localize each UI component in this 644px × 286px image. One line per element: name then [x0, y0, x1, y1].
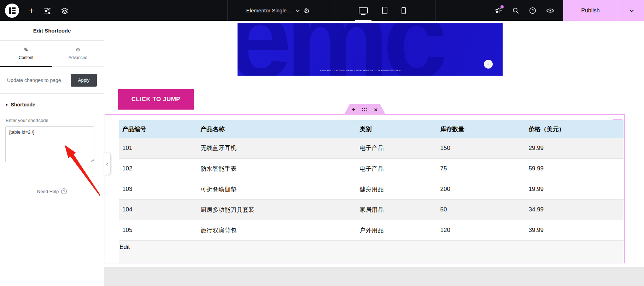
table-header-cell: 产品名称 — [197, 120, 356, 138]
topbar-utility-group: ? — [486, 0, 563, 21]
table-cell: 电子产品 — [356, 158, 437, 179]
banner-credit-text: TEMPLATE BY MOTION BEAM | VIDEOHIVE.NET/… — [238, 69, 481, 71]
tab-label: Advanced — [69, 55, 87, 60]
question-circle-icon: ? — [61, 188, 67, 194]
chevron-down-icon — [630, 8, 633, 12]
table-cell: 19.99 — [525, 179, 624, 199]
selected-widget-container[interactable]: + × ✎ 产品编号产品名称类别库存数量价格（美元） 101无 — [105, 114, 625, 263]
table-cell: 50 — [437, 199, 525, 220]
product-table: 产品编号产品名称类别库存数量价格（美元） 101无线蓝牙耳机电子产品15029.… — [119, 120, 623, 241]
responsive-device-switcher — [329, 0, 435, 21]
shortcode-section-header[interactable]: ▾ Shortcode — [6, 102, 98, 107]
topbar-divider — [435, 0, 436, 21]
topbar-left-group: + — [5, 0, 69, 21]
logo-bar — [12, 10, 16, 11]
add-element-icon[interactable]: + — [29, 6, 34, 15]
table-edit-link[interactable]: Edit — [119, 244, 130, 250]
widget-settings-panel: Edit Shortcode ✎ Content ⚙ Advanced Upda… — [0, 21, 104, 286]
gear-icon: ⚙ — [75, 47, 80, 53]
desktop-icon — [359, 7, 368, 13]
table-row: 103可折叠瑜伽垫健身用品20019.99 — [119, 179, 623, 199]
logo-bar — [12, 12, 16, 14]
whats-new-megaphone-icon[interactable] — [494, 7, 502, 14]
device-tablet-button[interactable] — [382, 0, 387, 21]
table-cell: 105 — [119, 220, 197, 240]
panel-tabs: ✎ Content ⚙ Advanced — [0, 41, 104, 67]
document-settings-gear-icon[interactable]: ⚙ — [304, 7, 310, 14]
publish-options-dropdown[interactable] — [618, 0, 644, 21]
table-row: 102防水智能手表电子产品7559.99 — [119, 158, 623, 179]
shortcode-field-label: Enter your shortcode — [6, 118, 98, 123]
help-icon[interactable]: ? — [529, 7, 536, 14]
logo-bar — [9, 7, 11, 14]
click-to-jump-button[interactable]: CLICK TO JUMP — [118, 89, 194, 110]
table-row: 101无线蓝牙耳机电子产品15029.99 — [119, 138, 623, 158]
publish-button[interactable]: Publish — [563, 0, 644, 21]
tab-content[interactable]: ✎ Content — [0, 41, 52, 66]
table-cell: 家居用品 — [356, 199, 437, 220]
table-cell: 无线蓝牙耳机 — [197, 138, 356, 158]
elementor-logo[interactable] — [5, 4, 19, 18]
topbar-divider — [99, 0, 99, 21]
drag-handle-icon[interactable] — [362, 108, 367, 111]
hero-banner-image: emc TEMPLATE BY MOTION BEAM | VIDEOHIVE.… — [238, 23, 503, 76]
document-switcher[interactable]: Elementor Single... ⚙ — [227, 0, 329, 21]
need-help-label: Need Help — [37, 189, 59, 194]
document-title: Elementor Single... — [246, 7, 291, 13]
table-cell: 电子产品 — [356, 138, 437, 158]
table-header-cell: 产品编号 — [119, 120, 197, 138]
page-content: emc TEMPLATE BY MOTION BEAM | VIDEOHIVE.… — [104, 21, 644, 267]
shortcode-input[interactable]: [table id=2 /] — [5, 126, 94, 162]
table-cell: 59.99 — [525, 158, 624, 179]
table-cell: 厨房多功能刀具套装 — [197, 199, 356, 220]
table-cell: 120 — [437, 220, 525, 240]
table-header-cell: 类别 — [356, 120, 437, 138]
section-title: Shortcode — [11, 102, 35, 107]
notification-dot — [500, 5, 504, 8]
table-header-cell: 库存数量 — [437, 120, 525, 138]
table-cell: 104 — [119, 199, 197, 220]
tab-label: Content — [18, 55, 33, 60]
hamburger-icon: ≡ — [487, 63, 489, 66]
banner-menu-button[interactable]: ≡ — [484, 60, 493, 69]
table-cell: 150 — [437, 138, 525, 158]
chevron-left-icon: ‹ — [106, 161, 108, 167]
structure-layers-icon[interactable] — [61, 7, 69, 14]
table-cell: 39.99 — [525, 220, 624, 240]
tablet-icon — [382, 7, 387, 14]
pencil-icon: ✎ — [24, 47, 28, 53]
table-row: 104厨房多功能刀具套装家居用品5034.99 — [119, 199, 623, 220]
site-settings-sliders-icon[interactable] — [43, 7, 51, 14]
panel-collapse-toggle[interactable]: ‹ — [104, 153, 110, 175]
finder-search-icon[interactable] — [512, 7, 519, 14]
update-changes-text: Update changes to page — [7, 77, 61, 83]
device-desktop-button[interactable] — [359, 0, 368, 21]
logo-bar — [12, 7, 16, 9]
apply-button[interactable]: Apply — [71, 74, 97, 87]
publish-label: Publish — [563, 0, 618, 21]
tab-advanced[interactable]: ⚙ Advanced — [52, 41, 104, 66]
table-cell: 旅行双肩背包 — [197, 220, 356, 240]
device-mobile-button[interactable] — [402, 0, 406, 21]
elementor-editor: + Elementor Single... ⚙ — [0, 0, 644, 286]
table-cell: 101 — [119, 138, 197, 158]
table-cell: 健身用品 — [356, 179, 437, 199]
panel-title: Edit Shortcode — [33, 28, 71, 34]
table-cell: 200 — [437, 179, 525, 199]
add-section-icon[interactable]: + — [352, 107, 355, 112]
delete-section-icon[interactable]: × — [374, 107, 377, 113]
table-cell: 防水智能手表 — [197, 158, 356, 179]
panel-header: Edit Shortcode — [0, 21, 104, 41]
preview-eye-icon[interactable] — [546, 8, 555, 13]
table-header-row: 产品编号产品名称类别库存数量价格（美元） — [119, 120, 623, 138]
table-footer: Edit — [119, 241, 623, 263]
caret-down-icon: ▾ — [6, 103, 8, 107]
need-help-link[interactable]: Need Help ? — [0, 188, 104, 194]
top-bar: + Elementor Single... ⚙ — [0, 0, 644, 21]
widget-controls-tab: + × — [344, 104, 386, 115]
product-table-body: 101无线蓝牙耳机电子产品15029.99102防水智能手表电子产品7559.9… — [119, 138, 623, 240]
table-cell: 102 — [119, 158, 197, 179]
table-cell: 29.99 — [525, 138, 624, 158]
table-cell: 可折叠瑜伽垫 — [197, 179, 356, 199]
chevron-down-icon — [296, 8, 300, 12]
